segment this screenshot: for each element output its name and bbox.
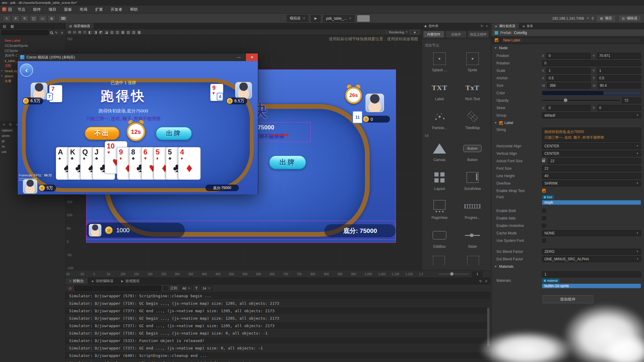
scene-tool-icon[interactable]: ◨ — [94, 30, 97, 34]
zoom-value[interactable]: 1 — [472, 272, 482, 277]
widget-item[interactable]: Button Button — [456, 141, 489, 162]
dst-blend-dropdown[interactable]: ONE_MINUS_SRC_ALPHA — [542, 256, 641, 262]
scene-tool-icon[interactable]: ◩ — [99, 30, 103, 34]
console-filter-input[interactable] — [75, 286, 161, 291]
gizmo-tool-icon[interactable]: ◰ — [30, 15, 38, 22]
scene-tool-icon[interactable]: ▧ — [127, 30, 130, 34]
vertical-align-dropdown[interactable]: CENTER — [542, 151, 641, 157]
node-name-field[interactable]: New Label — [501, 38, 641, 43]
console-tab[interactable]: ▶ 游戏预览 — [117, 278, 144, 284]
hierarchy-search-input[interactable] — [1, 30, 49, 35]
scene-tool-icon[interactable]: ⊡ — [83, 30, 86, 34]
underline-checkbox[interactable] — [542, 224, 546, 228]
section-label-component[interactable]: ▼Label — [492, 119, 644, 127]
log-row[interactable]: Simulator: D/jswrapper (737): GC end ...… — [66, 322, 490, 329]
clear-console-icon[interactable]: ⊘ — [68, 286, 72, 291]
assets-refresh-icon[interactable]: ↻ — [8, 123, 13, 127]
wrap-text-checkbox[interactable] — [542, 189, 546, 193]
console-log-area[interactable]: Simulator: D/jswrapper (579): ScriptEngi… — [66, 292, 490, 362]
string-textarea[interactable]: 跑得快初级场,底分75000 只能三带一, 连对, 顺子, 炸弹不能带牌 — [542, 128, 641, 142]
scene-tool-icon[interactable]: ▨ — [132, 30, 135, 34]
anchor-x-input[interactable]: 0.5 — [546, 75, 590, 81]
menu-item[interactable]: 开发者 — [107, 5, 126, 13]
log-row[interactable]: Simulator: D/jswrapper (640): ScriptEngi… — [66, 352, 490, 359]
3d-mode-toggle[interactable]: 3D — [58, 15, 68, 22]
widget-item[interactable]: PageView — [423, 199, 456, 220]
menu-item[interactable]: 组件 — [29, 5, 45, 13]
node-active-checkbox[interactable] — [495, 38, 499, 42]
menu-item[interactable]: 布局 — [76, 5, 91, 13]
scale-y-input[interactable]: 1 — [597, 68, 641, 74]
hierarchy-item[interactable]: New Label — [0, 38, 65, 43]
size-h-input[interactable]: 90.4 — [597, 83, 641, 89]
widget-tab[interactable]: 内置控件 — [423, 31, 445, 38]
position-x-input[interactable]: 0 — [546, 53, 590, 59]
assets-add-icon[interactable]: + — [2, 123, 6, 127]
size-w-input[interactable]: 398 — [547, 83, 591, 89]
scale-x-input[interactable]: 1 — [546, 68, 590, 74]
bold-checkbox[interactable] — [542, 209, 546, 213]
widget-item[interactable]: Splash ... — [423, 52, 456, 72]
font-asset-field[interactable]: msyh — [542, 200, 641, 205]
add-component-button[interactable]: 添加组件 — [543, 295, 593, 303]
section-materials[interactable]: ▼Materials — [492, 263, 644, 270]
play-button[interactable]: ▶ — [311, 15, 321, 22]
label-enabled-checkbox[interactable] — [499, 121, 503, 125]
rendering-dropdown[interactable]: Rendering▼ — [389, 30, 408, 34]
log-level-dropdown[interactable]: All — [180, 285, 193, 291]
refresh-button[interactable] — [357, 15, 370, 22]
widget-item[interactable]: TxT Rich Text — [456, 81, 489, 101]
rotation-input[interactable]: 0 — [542, 60, 641, 66]
camera-preview-button[interactable]: ◉ — [410, 30, 419, 34]
scene-tool-icon[interactable]: ⊞ — [68, 30, 71, 34]
anchor-y-input[interactable]: 0.5 — [597, 75, 641, 81]
widget-item[interactable]: Particle... — [423, 109, 456, 130]
gizmo-tool-icon[interactable]: ↻ — [21, 15, 29, 22]
console-tab[interactable]: ◈ 动画编辑器 — [88, 278, 117, 284]
expand-arrow-icon[interactable]: ▾ — [1, 69, 4, 72]
section-node[interactable]: ▼Node — [492, 44, 644, 52]
scene-tool-icon[interactable]: ▦ — [121, 30, 124, 34]
scene-tool-icon[interactable]: ◧ — [88, 30, 92, 34]
stage-play-button[interactable]: 出牌 — [269, 155, 306, 169]
horizontal-align-dropdown[interactable]: CENTER — [542, 143, 641, 149]
log-row[interactable]: Simulator: D/jswrapper (737): GC end ...… — [66, 307, 490, 315]
scene-tool-icon[interactable]: ▥ — [116, 30, 119, 34]
opacity-input[interactable]: 72 — [622, 98, 641, 103]
opacity-slider-knob[interactable] — [564, 98, 567, 102]
gizmo-tool-icon[interactable]: ⊕ — [48, 15, 55, 22]
log-row[interactable]: Simulator: D/jswrapper (719): GC begin .… — [66, 315, 490, 322]
log-row[interactable]: Simulator: D/jswrapper (719): GC begin .… — [66, 300, 490, 307]
skew-y-input[interactable]: 0 — [597, 105, 641, 111]
hierarchy-item[interactable]: CCSprite — [0, 48, 65, 53]
search-icon[interactable] — [50, 31, 53, 34]
font-size-dropdown[interactable]: 14 — [200, 285, 213, 291]
collapse-arrow-icon[interactable]: ▼ — [494, 47, 497, 49]
expand-arrow-icon[interactable]: ▾ — [1, 75, 4, 77]
clipped-widget-icon[interactable] — [467, 256, 479, 265]
italic-checkbox[interactable] — [542, 216, 546, 220]
refresh-icon[interactable]: ↻ — [481, 24, 483, 28]
line-height-input[interactable]: 40 — [542, 173, 641, 179]
color-swatch[interactable] — [542, 91, 641, 95]
tab-properties[interactable]: ◈属性检查器 — [492, 23, 519, 29]
skew-x-input[interactable]: 0 — [546, 105, 590, 111]
console-scrollbar[interactable] — [487, 308, 490, 346]
scene-tool-icon[interactable]: ◪ — [105, 30, 108, 34]
collapse-arrow-icon[interactable]: ▼ — [494, 121, 497, 124]
assets-panel-icon[interactable]: ▦ — [10, 24, 14, 28]
cache-mode-dropdown[interactable]: NONE — [542, 230, 641, 236]
zoom-slider-knob[interactable] — [450, 272, 453, 276]
scene-dropdown[interactable]: pdk_table_... — [323, 15, 354, 22]
material-asset-field[interactable]: builtin-2d-sprite — [542, 284, 641, 288]
actual-font-size-input[interactable]: 22 — [548, 158, 641, 164]
log-row[interactable]: Simulator: D/jswrapper (579): ScriptEngi… — [66, 292, 490, 300]
widget-item[interactable]: Progres... — [456, 199, 489, 220]
system-font-checkbox[interactable] — [542, 239, 546, 242]
tab-scene-editor[interactable]: ▦ 场景编辑器 — [66, 23, 94, 29]
menu-item[interactable]: 面板 — [60, 5, 76, 13]
widget-item[interactable]: Sprite — [456, 52, 489, 72]
x-axis-gizmo-arrow[interactable] — [270, 135, 286, 136]
hierarchy-menu-icon[interactable]: ≡ — [60, 31, 64, 35]
zoom-slider[interactable] — [439, 274, 469, 274]
